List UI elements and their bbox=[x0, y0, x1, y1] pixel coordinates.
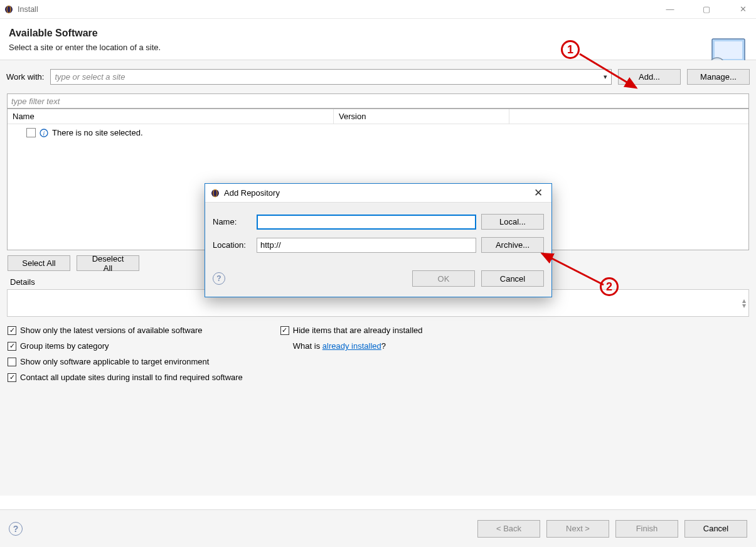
svg-point-10 bbox=[211, 189, 219, 197]
titlebar: Install — ▢ ✕ bbox=[0, 0, 756, 19]
help-icon[interactable]: ? bbox=[9, 522, 23, 536]
add-button[interactable]: Add... bbox=[618, 69, 681, 85]
window-title: Install bbox=[18, 5, 661, 14]
archive-button[interactable]: Archive... bbox=[481, 237, 544, 253]
finish-button[interactable]: Finish bbox=[615, 520, 678, 538]
chevron-down-icon: ▾ bbox=[604, 73, 607, 81]
details-scroll-icon[interactable]: ▴▾ bbox=[742, 298, 746, 308]
annotation-1: 1 bbox=[561, 40, 580, 59]
opt-group-by-category[interactable]: Group items by category bbox=[8, 341, 243, 351]
info-icon: i bbox=[40, 129, 48, 137]
already-installed-link[interactable]: already installed bbox=[322, 341, 381, 351]
workwith-label: Work with: bbox=[6, 72, 44, 82]
wizard-footer: ? < Back Next > Finish Cancel bbox=[0, 509, 756, 547]
svg-point-0 bbox=[5, 6, 13, 13]
location-label: Location: bbox=[213, 240, 252, 250]
ok-button[interactable]: OK bbox=[412, 270, 475, 287]
opt-target-environment[interactable]: Show only software applicable to target … bbox=[8, 357, 243, 366]
opt-latest-versions[interactable]: Show only the latest versions of availab… bbox=[8, 326, 243, 335]
name-input[interactable] bbox=[257, 215, 476, 230]
tree-row: i There is no site selected. bbox=[13, 128, 743, 137]
row-message: There is no site selected. bbox=[52, 128, 143, 137]
next-button[interactable]: Next > bbox=[546, 520, 609, 538]
column-name[interactable]: Name bbox=[8, 109, 334, 124]
already-installed-text: What is already installed? bbox=[280, 341, 423, 351]
back-button[interactable]: < Back bbox=[477, 520, 540, 538]
workwith-combobox[interactable]: type or select a site ▾ bbox=[50, 69, 612, 85]
eclipse-icon bbox=[4, 4, 14, 14]
row-checkbox[interactable] bbox=[26, 128, 36, 137]
dialog-titlebar: Add Repository ✕ bbox=[205, 184, 551, 203]
minimize-button[interactable]: — bbox=[661, 4, 679, 14]
dialog-help-icon[interactable]: ? bbox=[213, 272, 225, 285]
filter-input[interactable]: type filter text bbox=[7, 93, 749, 109]
dialog-close-icon[interactable]: ✕ bbox=[530, 186, 546, 199]
page-subtitle: Select a site or enter the location of a… bbox=[9, 43, 747, 52]
svg-rect-3 bbox=[715, 41, 742, 59]
location-input[interactable] bbox=[257, 238, 476, 253]
deselect-all-button[interactable]: Deselect All bbox=[77, 255, 139, 271]
opt-hide-installed[interactable]: Hide items that are already installed bbox=[280, 326, 423, 335]
page-title: Available Software bbox=[9, 28, 747, 39]
add-repository-dialog: Add Repository ✕ Name: Local... Location… bbox=[205, 183, 552, 297]
dialog-cancel-button[interactable]: Cancel bbox=[481, 270, 544, 287]
eclipse-icon bbox=[210, 188, 220, 198]
close-button[interactable]: ✕ bbox=[733, 4, 752, 14]
select-all-button[interactable]: Select All bbox=[8, 255, 70, 271]
maximize-button[interactable]: ▢ bbox=[697, 4, 716, 14]
svg-text:i: i bbox=[43, 130, 45, 137]
name-label: Name: bbox=[213, 217, 252, 226]
column-version[interactable]: Version bbox=[334, 109, 509, 124]
tree-header: Name Version bbox=[8, 109, 748, 124]
annotation-2: 2 bbox=[600, 277, 619, 296]
manage-button[interactable]: Manage... bbox=[687, 69, 750, 85]
wizard-header: Available Software Select a site or ente… bbox=[0, 19, 756, 60]
local-button[interactable]: Local... bbox=[481, 214, 544, 230]
dialog-title: Add Repository bbox=[224, 188, 530, 198]
window-controls: — ▢ ✕ bbox=[661, 4, 752, 14]
cancel-button[interactable]: Cancel bbox=[684, 520, 747, 538]
opt-contact-sites[interactable]: Contact all update sites during install … bbox=[8, 373, 243, 382]
